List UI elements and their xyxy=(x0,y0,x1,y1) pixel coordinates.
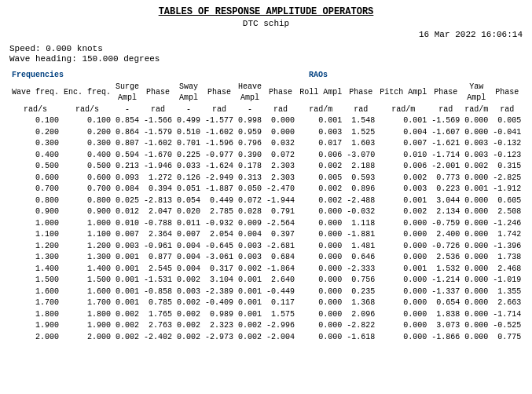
table-cell: 0.600 xyxy=(9,173,61,184)
unit-surge-phase: rad xyxy=(141,104,174,116)
table-cell: -0.726 xyxy=(429,241,462,253)
table-cell: -1.579 xyxy=(141,127,174,139)
unit-pitch-ampl: rad/m xyxy=(377,104,429,116)
table-cell: 1.800 xyxy=(61,309,113,321)
col-pitch-ampl-label: Pitch Ampl xyxy=(377,82,429,104)
table-cell: 1.355 xyxy=(490,286,523,298)
table-cell: -0.449 xyxy=(264,286,297,298)
table-cell: 0.300 xyxy=(9,138,61,150)
table-cell: 2.545 xyxy=(141,264,174,275)
table-cell: 0.003 xyxy=(297,127,344,139)
table-cell: 1.700 xyxy=(61,297,113,309)
table-cell: 0.001 xyxy=(236,309,264,321)
table-cell: 0.000 xyxy=(264,115,297,127)
table-cell: 0.001 xyxy=(236,275,264,286)
table-row: 2.0002.0000.002-2.4020.002-2.9730.002-2.… xyxy=(9,332,523,344)
table-cell: 0.998 xyxy=(236,115,264,127)
table-cell: 0.000 xyxy=(377,275,429,286)
table-cell: -1.246 xyxy=(490,218,523,230)
table-cell: 1.532 xyxy=(429,264,462,275)
table-cell: -1.607 xyxy=(429,127,462,139)
col-wave-freq-label: Wave freq. xyxy=(9,82,61,104)
col-yaw-phase-label: Phase xyxy=(490,82,523,104)
unit-heave-phase: rad xyxy=(264,104,297,116)
table-cell: 0.800 xyxy=(9,195,61,207)
table-cell: -0.858 xyxy=(141,286,174,298)
title: TABLES OF RESPONSE AMPLITUDE OPERATORS xyxy=(9,6,523,17)
table-cell: 1.200 xyxy=(61,241,113,253)
table-cell: -1.944 xyxy=(264,195,297,207)
col-sway-phase-label: Phase xyxy=(203,82,236,104)
table-cell: -0.132 xyxy=(490,138,523,150)
table-cell: 2.047 xyxy=(141,206,174,218)
table-cell: 0.594 xyxy=(113,150,141,162)
table-cell: 1.368 xyxy=(344,297,377,309)
table-cell: 0.001 xyxy=(113,252,141,264)
table-cell: 0.054 xyxy=(174,195,203,207)
table-cell: 0.605 xyxy=(490,195,523,207)
table-cell: 0.017 xyxy=(297,138,344,150)
table-cell: -0.041 xyxy=(490,127,523,139)
table-cell: 0.093 xyxy=(113,173,141,184)
table-cell: -0.961 xyxy=(141,241,174,253)
table-cell: -0.409 xyxy=(203,297,236,309)
table-cell: -1.714 xyxy=(429,150,462,162)
table-cell: 0.807 xyxy=(113,138,141,150)
table-cell: -1.337 xyxy=(429,286,462,298)
table-cell: 0.004 xyxy=(174,241,203,253)
table-cell: 0.001 xyxy=(113,264,141,275)
table-cell: 0.315 xyxy=(490,161,523,173)
table-cell: 0.007 xyxy=(113,229,141,241)
table-cell: 0.001 xyxy=(297,115,344,127)
table-cell: 1.400 xyxy=(9,264,61,275)
table-container: Frequencies RAOs Wave freq. Enc. freq. S… xyxy=(9,70,523,343)
col-yaw-ampl-label: YawAmpl xyxy=(462,82,490,104)
table-cell: -1.624 xyxy=(203,161,236,173)
table-cell: 0.000 xyxy=(297,218,344,230)
table-cell: 0.020 xyxy=(174,206,203,218)
table-cell: -3.070 xyxy=(344,150,377,162)
table-cell: 1.600 xyxy=(9,286,61,298)
table-row: 1.7001.7000.0010.7850.002-0.4090.0010.11… xyxy=(9,297,523,309)
table-cell: 0.000 xyxy=(462,173,490,184)
table-cell: 2.134 xyxy=(429,206,462,218)
raos-header: RAOs xyxy=(113,70,523,82)
table-cell: 0.000 xyxy=(264,127,297,139)
table-cell: 2.054 xyxy=(203,229,236,241)
table-cell: -1.912 xyxy=(490,184,523,195)
table-cell: 0.001 xyxy=(113,297,141,309)
table-cell: 0.010 xyxy=(377,150,429,162)
table-cell: 2.303 xyxy=(264,161,297,173)
table-cell: 0.000 xyxy=(462,195,490,207)
table-cell: 0.000 xyxy=(377,332,429,344)
table-cell: 1.600 xyxy=(61,286,113,298)
table-cell: 0.002 xyxy=(174,320,203,332)
table-cell: 2.763 xyxy=(141,320,174,332)
table-cell: -2.825 xyxy=(490,173,523,184)
table-cell: 0.002 xyxy=(113,320,141,332)
table-cell: -1.864 xyxy=(264,264,297,275)
table-cell: 0.003 xyxy=(236,241,264,253)
table-cell: 1.900 xyxy=(9,320,61,332)
table-cell: 0.775 xyxy=(490,332,523,344)
table-cell: 0.394 xyxy=(141,184,174,195)
table-cell: 0.009 xyxy=(236,218,264,230)
unit-sway-phase: rad xyxy=(203,104,236,116)
table-cell: 0.900 xyxy=(61,206,113,218)
table-cell: 1.765 xyxy=(141,309,174,321)
table-cell: 1.575 xyxy=(264,309,297,321)
table-cell: -1.019 xyxy=(490,275,523,286)
unit-roll-ampl: rad/m xyxy=(297,104,344,116)
table-cell: -2.488 xyxy=(344,195,377,207)
table-row: 0.5000.5000.213-1.9460.033-1.6240.1782.3… xyxy=(9,161,523,173)
table-cell: 0.600 xyxy=(61,173,113,184)
table-cell: -1.618 xyxy=(344,332,377,344)
table-cell: 0.791 xyxy=(264,206,297,218)
table-cell: -2.564 xyxy=(264,218,297,230)
table-cell: 0.313 xyxy=(236,173,264,184)
table-cell: 3.104 xyxy=(203,275,236,286)
table-row: 1.9001.9000.0022.7630.0022.3230.002-2.99… xyxy=(9,320,523,332)
table-cell: 1.000 xyxy=(61,218,113,230)
table-cell: 0.300 xyxy=(61,138,113,150)
table-cell: 0.000 xyxy=(462,241,490,253)
